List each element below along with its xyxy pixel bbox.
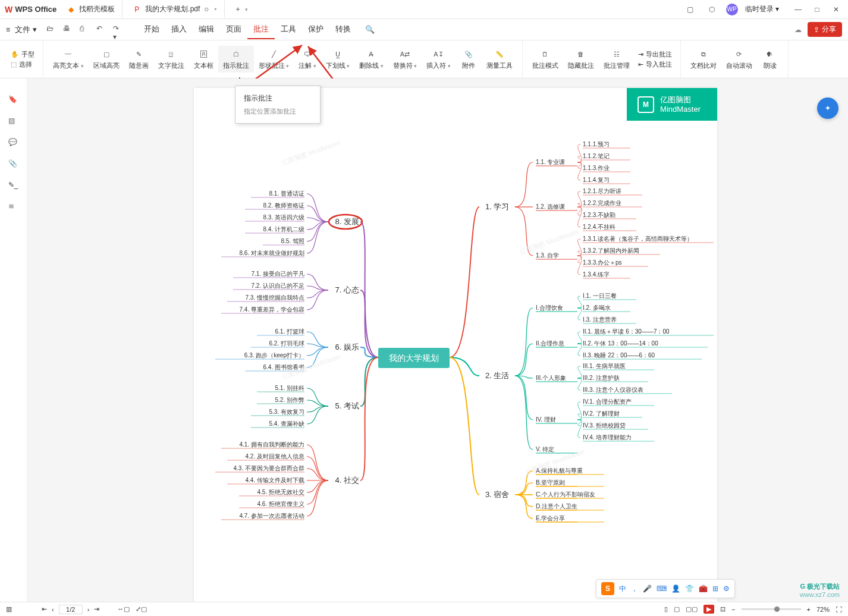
- svg-text:IV.3. 拒绝校园贷: IV.3. 拒绝校园贷: [583, 422, 626, 429]
- window-icon[interactable]: ▢: [683, 2, 698, 17]
- svg-text:2. 生活: 2. 生活: [485, 371, 509, 380]
- area-highlight-tool[interactable]: ▢区域高亮: [89, 46, 124, 73]
- ime-gear-icon[interactable]: ⚙: [723, 584, 730, 593]
- manage-annot-tool[interactable]: ☷批注管理: [599, 46, 635, 73]
- plus-icon: ＋: [234, 4, 241, 14]
- export-annot-tool[interactable]: ⇥导出批注: [638, 50, 672, 59]
- hand-tool[interactable]: ✋手型: [11, 50, 34, 59]
- file-menu[interactable]: 文件 ▾: [15, 24, 37, 35]
- zoom-value[interactable]: 72%: [816, 606, 830, 613]
- page-last-icon[interactable]: ⇥: [94, 605, 99, 613]
- tab-new[interactable]: ＋ ▾: [227, 1, 255, 18]
- attachment-panel-icon[interactable]: 📎: [8, 159, 19, 170]
- sogou-icon: S: [601, 582, 614, 595]
- view-fit-icon[interactable]: ⊡: [720, 605, 725, 613]
- minimize-icon[interactable]: —: [791, 5, 805, 14]
- fit-page-icon[interactable]: ⤢▢: [136, 605, 147, 613]
- svg-text:8.6. 对未来就业做好规划: 8.6. 对未来就业做好规划: [240, 250, 304, 256]
- fullscreen-icon[interactable]: ⛶: [836, 606, 842, 613]
- qa-undo-icon[interactable]: ↶: [96, 24, 107, 35]
- import-annot-tool[interactable]: ⇤导入批注: [638, 60, 672, 69]
- menu-编辑[interactable]: 编辑: [193, 20, 220, 39]
- popup-title[interactable]: 指示批注: [235, 91, 320, 106]
- ime-cn[interactable]: 中: [619, 584, 626, 594]
- maximize-icon[interactable]: □: [810, 5, 824, 14]
- annot-mode-tool[interactable]: 🗒批注模式: [527, 46, 563, 73]
- search-button[interactable]: 🔍: [359, 21, 381, 37]
- qa-redo-icon[interactable]: ↷ ▾: [113, 24, 124, 35]
- fit-width-icon[interactable]: ↔▢: [117, 605, 130, 613]
- highlight-tool[interactable]: 〰高亮文本: [48, 46, 89, 73]
- cloud-icon[interactable]: ☁: [794, 26, 802, 34]
- qa-save-icon[interactable]: 🖶: [63, 24, 74, 35]
- zoom-in-icon[interactable]: +: [807, 606, 811, 613]
- insert-tool[interactable]: A↧插入符: [422, 46, 456, 73]
- menu-页面[interactable]: 页面: [220, 20, 247, 39]
- cube-icon[interactable]: ⬡: [705, 2, 719, 17]
- text-annot-tool[interactable]: ⍰文字批注: [153, 46, 189, 73]
- close-icon[interactable]: ✕: [829, 5, 843, 14]
- hide-annot-tool[interactable]: 🗑隐藏批注: [563, 46, 599, 73]
- shape-annot-tool[interactable]: ╱形状批注: [254, 46, 294, 73]
- ime-keyboard-icon[interactable]: ⌨: [657, 584, 667, 593]
- menu-开始[interactable]: 开始: [138, 20, 165, 39]
- share-button[interactable]: ⇪ 分享: [808, 22, 842, 37]
- canvas[interactable]: M 亿图脑图 MindMaster 我的大学规划1. 学习1.1. 专业课1.1…: [27, 78, 848, 602]
- tab-template[interactable]: ◆ 找稻壳模板: [59, 1, 123, 18]
- tab-document[interactable]: P 我的大学规划.pdf ⭘ •: [125, 1, 224, 18]
- view-play-icon[interactable]: ▶: [703, 605, 714, 614]
- page-next-icon[interactable]: ›: [87, 606, 90, 613]
- pdf-page: M 亿图脑图 MindMaster 我的大学规划1. 学习1.1. 专业课1.1…: [194, 88, 717, 602]
- read-tool[interactable]: 🗣朗读: [757, 46, 783, 73]
- freehand-tool[interactable]: ✎随意画: [124, 46, 153, 73]
- menu-保护[interactable]: 保护: [302, 20, 329, 39]
- login-label[interactable]: 临时登录 ▾: [745, 4, 779, 14]
- zoom-slider[interactable]: [742, 608, 801, 610]
- view-continuous-icon[interactable]: ▯: [664, 605, 668, 613]
- bookmark-icon[interactable]: 🔖: [8, 95, 19, 106]
- view-two-icon[interactable]: ▢▢: [686, 605, 698, 613]
- page-prev-icon[interactable]: ‹: [52, 606, 54, 613]
- comment-tool[interactable]: 🗨注解: [294, 46, 321, 73]
- menu-工具[interactable]: 工具: [275, 20, 302, 39]
- ime-person-icon[interactable]: 👤: [671, 584, 680, 593]
- tab-menu-icon[interactable]: •: [214, 5, 216, 14]
- select-tool[interactable]: ⬚选择: [11, 60, 34, 69]
- ime-grid-icon[interactable]: ⊞: [712, 584, 718, 593]
- ime-toolbox-icon[interactable]: 🧰: [699, 584, 708, 593]
- import-icon: ⇤: [638, 61, 643, 68]
- thumbnail-icon[interactable]: ▤: [8, 117, 19, 127]
- menu-批注[interactable]: 批注: [247, 20, 275, 39]
- view-single-icon[interactable]: ▢: [674, 605, 680, 613]
- measure-tool[interactable]: 📏测量工具: [482, 46, 517, 73]
- assistant-fab[interactable]: ✦: [817, 98, 838, 119]
- page-first-icon[interactable]: ⇤: [42, 605, 47, 613]
- underline-tool[interactable]: U̲下划线: [321, 46, 355, 73]
- compare-tool[interactable]: ⧉文档比对: [686, 46, 721, 73]
- pdf-icon: P: [132, 5, 142, 14]
- qa-open-icon[interactable]: 🗁: [46, 24, 57, 35]
- autoscroll-tool[interactable]: ⟳自动滚动: [721, 46, 757, 73]
- hamburger-icon[interactable]: ≡: [6, 26, 10, 34]
- edit-panel-icon[interactable]: ✎_: [8, 181, 19, 191]
- layers-icon[interactable]: ≋: [8, 202, 19, 213]
- ime-bar[interactable]: S 中 ， 🎤 ⌨ 👤 👕 🧰 ⊞ ⚙: [596, 579, 735, 598]
- status-panel-icon[interactable]: ▥: [6, 605, 12, 613]
- comment-panel-icon[interactable]: 💬: [8, 138, 19, 149]
- avatar[interactable]: WP: [726, 4, 738, 15]
- ime-skin-icon[interactable]: 👕: [685, 584, 694, 593]
- qa-print-icon[interactable]: ⎙: [80, 24, 90, 35]
- menu-转换[interactable]: 转换: [329, 20, 357, 39]
- strike-tool[interactable]: A̶删除线: [354, 46, 388, 73]
- svg-text:8.3. 英语四六级: 8.3. 英语四六级: [263, 214, 304, 221]
- attach-tool[interactable]: 📎附件: [456, 46, 482, 73]
- ime-mic-icon[interactable]: 🎤: [643, 584, 652, 593]
- zoom-out-icon[interactable]: −: [731, 606, 735, 613]
- menu-插入[interactable]: 插入: [165, 20, 193, 39]
- callout-tool[interactable]: ☖指示批注: [218, 46, 254, 73]
- replace-tool[interactable]: A⇄替换符: [388, 46, 422, 73]
- text-box-tool[interactable]: 🄰文本框: [189, 46, 218, 73]
- ime-comma[interactable]: ，: [631, 584, 638, 594]
- page-input[interactable]: 1/2: [59, 605, 83, 614]
- share-label: 分享: [822, 24, 836, 34]
